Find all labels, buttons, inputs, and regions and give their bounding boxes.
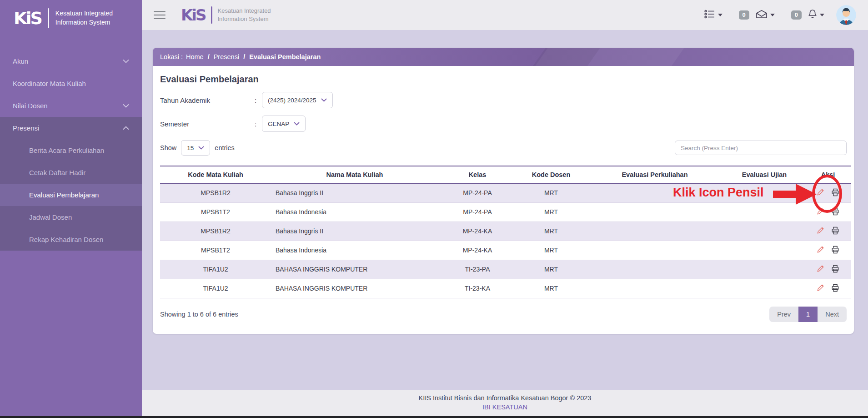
printer-icon[interactable] bbox=[831, 226, 840, 237]
chevron-down-icon bbox=[294, 122, 300, 126]
cell-kode-dosen: MRT bbox=[517, 241, 586, 260]
sidebar-item-rekap-kehadiran-dosen[interactable]: Rekap Kehadiran Dosen bbox=[0, 228, 142, 251]
tasks-menu-button[interactable] bbox=[704, 10, 722, 20]
cell-kode-dosen: MRT bbox=[517, 279, 586, 298]
cell-kode-mata-kuliah: TIFA1U2 bbox=[160, 279, 271, 298]
table-wrap: Kode Mata Kuliah Nama Mata Kuliah Kelas … bbox=[160, 166, 847, 298]
cell-nama-mata-kuliah: Bahasa Indonesia bbox=[271, 202, 438, 222]
sidebar-item-berita-acara-perkuliahan[interactable]: Berita Acara Perkuliahan bbox=[0, 139, 142, 161]
app-logo-icon: KiS bbox=[14, 8, 41, 28]
printer-icon[interactable] bbox=[831, 245, 840, 256]
user-avatar[interactable] bbox=[836, 5, 856, 25]
caret-down-icon bbox=[718, 14, 722, 16]
column-header-evaluasi-perkuliahan: Evaluasi Perkuliahan bbox=[586, 166, 724, 183]
caret-down-icon bbox=[820, 14, 824, 16]
messages-menu-button[interactable] bbox=[756, 10, 775, 20]
chevron-down-icon bbox=[123, 104, 129, 108]
semester-label: Semester bbox=[160, 120, 255, 128]
page-1-button[interactable]: 1 bbox=[798, 307, 818, 322]
cell-evaluasi-ujian bbox=[724, 260, 805, 279]
cell-kode-dosen: MRT bbox=[517, 260, 586, 279]
annotation-circle bbox=[812, 175, 842, 213]
entries-label: entries bbox=[215, 144, 235, 151]
mail-count-badge: 0 bbox=[739, 10, 749, 20]
cell-kelas: TI-23-KA bbox=[438, 279, 517, 298]
annotation-arrow-icon bbox=[773, 184, 817, 205]
sidebar-item-evaluasi-pembelajaran[interactable]: Evaluasi Pembelajaran bbox=[0, 184, 142, 206]
breadcrumb-home-link[interactable]: Home bbox=[186, 53, 204, 60]
pencil-icon[interactable] bbox=[816, 264, 825, 274]
sidebar-item-nilai-dosen[interactable]: Nilai Dosen bbox=[0, 95, 142, 117]
cell-evaluasi-perkuliahan bbox=[586, 279, 724, 298]
column-header-kode-mata-kuliah: Kode Mata Kuliah bbox=[160, 166, 271, 183]
notifications-menu-button[interactable] bbox=[808, 9, 824, 21]
sidebar-item-jadwal-dosen[interactable]: Jadwal Dosen bbox=[0, 206, 142, 228]
chevron-up-icon bbox=[123, 126, 129, 130]
table-body: MPSB1R2 Bahasa Inggris II MP-24-PA MRT bbox=[160, 183, 851, 298]
cell-kode-mata-kuliah: MPSB1R2 bbox=[160, 183, 271, 202]
cell-evaluasi-ujian bbox=[724, 202, 805, 222]
prev-page-button[interactable]: Prev bbox=[769, 307, 798, 322]
cell-evaluasi-ujian bbox=[724, 222, 805, 241]
cell-evaluasi-ujian bbox=[724, 241, 805, 260]
sidebar-logo[interactable]: KiS Kesatuan Integrated Information Syst… bbox=[0, 0, 142, 35]
cell-nama-mata-kuliah: Bahasa Indonesia bbox=[271, 241, 438, 260]
pencil-icon[interactable] bbox=[816, 226, 825, 236]
footer-copyright: KIIS Institut Bisnis dan Informatika Kes… bbox=[142, 394, 868, 402]
sidebar-item-cetak-daftar-hadir[interactable]: Cetak Daftar Hadir bbox=[0, 161, 142, 184]
envelope-icon bbox=[756, 10, 768, 20]
search-input[interactable] bbox=[675, 141, 847, 155]
breadcrumb-separator: / bbox=[243, 53, 245, 60]
footer-ibi-kesatuan-link[interactable]: IBI KESATUAN bbox=[142, 403, 868, 411]
cell-kode-dosen: MRT bbox=[517, 183, 586, 202]
next-page-button[interactable]: Next bbox=[818, 307, 847, 322]
breadcrumb-current: Evaluasi Pembelajaran bbox=[249, 53, 321, 60]
column-header-kelas: Kelas bbox=[438, 166, 517, 183]
tahun-akademik-select[interactable]: (2425) 2024/2025 bbox=[262, 92, 333, 108]
content-card: Lokasi : Home / Presensi / Evaluasi Pemb… bbox=[153, 48, 854, 334]
pagination: Prev 1 Next bbox=[769, 307, 847, 322]
sidebar-item-akun[interactable]: Akun bbox=[0, 50, 142, 72]
show-label: Show bbox=[160, 144, 176, 151]
cell-evaluasi-perkuliahan bbox=[586, 241, 724, 260]
cell-nama-mata-kuliah: BAHASA INGGRIS KOMPUTER bbox=[271, 260, 438, 279]
table-row: MPSB1R2 Bahasa Inggris II MP-24-KA MRT bbox=[160, 222, 851, 241]
logo-divider bbox=[48, 8, 49, 28]
page-footer: KIIS Institut Bisnis dan Informatika Kes… bbox=[142, 390, 868, 418]
breadcrumb-presensi-link[interactable]: Presensi bbox=[214, 53, 239, 60]
showing-entries-text: Showing 1 to 6 of 6 entries bbox=[160, 311, 238, 318]
cell-kode-mata-kuliah: MPSB1R2 bbox=[160, 222, 271, 241]
printer-icon[interactable] bbox=[831, 264, 840, 275]
table-row: MPSB1T2 Bahasa Indonesia MP-24-KA MRT bbox=[160, 241, 851, 260]
page-title: Evaluasi Pembelajaran bbox=[160, 74, 847, 85]
table-row: TIFA1U2 BAHASA INGGRIS KOMPUTER TI-23-PA… bbox=[160, 260, 851, 279]
pencil-icon[interactable] bbox=[816, 245, 825, 255]
page-size-select[interactable]: 15 bbox=[181, 140, 210, 156]
sidebar: KiS Kesatuan Integrated Information Syst… bbox=[0, 0, 142, 418]
cell-kelas: MP-24-KA bbox=[438, 222, 517, 241]
sidebar-item-koordinator-mata-kuliah[interactable]: Koordinator Mata Kuliah bbox=[0, 72, 142, 95]
cell-kode-mata-kuliah: TIFA1U2 bbox=[160, 260, 271, 279]
cell-kode-dosen: MRT bbox=[517, 202, 586, 222]
pencil-icon[interactable] bbox=[816, 283, 825, 293]
printer-icon[interactable] bbox=[831, 283, 840, 294]
content-area: Lokasi : Home / Presensi / Evaluasi Pemb… bbox=[142, 30, 868, 390]
semester-select[interactable]: GENAP bbox=[262, 116, 306, 132]
sidebar-item-presensi[interactable]: Presensi bbox=[0, 117, 142, 139]
sidebar-toggle-button[interactable] bbox=[154, 11, 166, 19]
task-list-icon bbox=[704, 10, 715, 20]
cell-kelas: MP-24-PA bbox=[438, 183, 517, 202]
cell-kelas: MP-24-KA bbox=[438, 241, 517, 260]
cell-kelas: TI-23-PA bbox=[438, 260, 517, 279]
cell-nama-mata-kuliah: Bahasa Inggris II bbox=[271, 222, 438, 241]
cell-kode-mata-kuliah: MPSB1T2 bbox=[160, 202, 271, 222]
topbar-logo[interactable]: KiS Kesatuan Integrated Information Syst… bbox=[181, 6, 271, 24]
column-header-evaluasi-ujian: Evaluasi Ujian bbox=[724, 166, 805, 183]
chevron-down-icon bbox=[123, 59, 129, 63]
app-logo-icon: KiS bbox=[181, 6, 206, 24]
cell-evaluasi-perkuliahan bbox=[586, 222, 724, 241]
notification-count-badge: 0 bbox=[791, 10, 802, 20]
caret-down-icon bbox=[770, 14, 775, 16]
cell-kode-mata-kuliah: MPSB1T2 bbox=[160, 241, 271, 260]
app-name: Kesatuan Integrated Information System bbox=[55, 9, 113, 27]
